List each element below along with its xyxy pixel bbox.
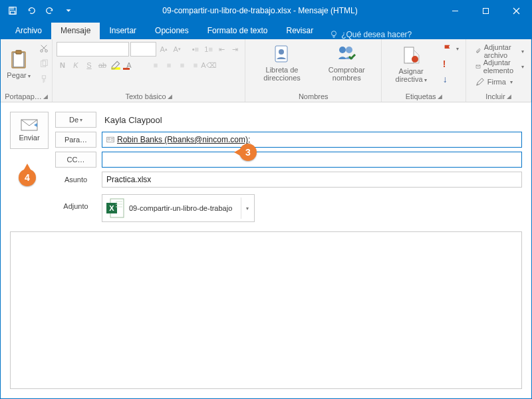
high-importance-button[interactable]: ! — [440, 57, 462, 70]
bullets-icon[interactable]: •≡ — [190, 43, 201, 55]
strike-icon[interactable]: ab — [96, 59, 108, 71]
svg-rect-1 — [11, 7, 14, 10]
svg-text:X: X — [109, 204, 114, 212]
subject-field[interactable]: Practica.xlsx — [102, 172, 522, 188]
save-icon[interactable] — [5, 3, 21, 19]
svg-point-18 — [279, 49, 284, 55]
envelope-icon — [21, 119, 38, 131]
follow-up-button[interactable]: ▾ — [440, 42, 462, 55]
attach-file-button[interactable]: Adjuntar archivo▾ — [473, 45, 527, 58]
clear-format-icon[interactable]: A⌫ — [203, 59, 215, 71]
svg-rect-4 — [483, 8, 488, 13]
close-button[interactable] — [501, 1, 531, 21]
numbering-icon[interactable]: 1≡ — [203, 43, 215, 55]
titlebar: 09-compartir-un-libro-de-trabajo.xlsx - … — [1, 1, 531, 21]
send-button[interactable]: Enviar — [10, 112, 49, 149]
signature-label: Firma — [487, 78, 506, 86]
font-color-icon[interactable]: A — [123, 59, 135, 71]
tab-insertar[interactable]: Insertar — [100, 23, 146, 39]
attachment-chip[interactable]: X 09-compartir-un-libro-de-trabajo ▾ — [102, 194, 255, 222]
attach-item-button[interactable]: Adjuntar elemento▾ — [473, 60, 527, 73]
group-label-incluir: Incluir — [485, 92, 505, 100]
group-incluir: Adjuntar archivo▾ Adjuntar elemento▾ Fir… — [466, 39, 531, 102]
cut-button[interactable] — [37, 42, 51, 55]
attach-file-label: Adjuntar archivo — [484, 43, 517, 59]
pen-icon — [475, 77, 485, 86]
dialog-launcher-icon[interactable]: ◢ — [438, 93, 442, 100]
to-recipient[interactable]: Robin Banks (Rbanks@nincom.com); — [117, 135, 250, 144]
dialog-launcher-icon[interactable]: ◢ — [43, 93, 48, 100]
address-book-button[interactable]: Libreta de direcciones — [249, 42, 315, 83]
justify-icon[interactable]: ≡ — [190, 59, 201, 71]
policy-icon — [400, 45, 422, 66]
message-body[interactable] — [10, 231, 522, 389]
cc-button[interactable]: CC… — [55, 152, 96, 168]
callout-4: 4 — [19, 169, 36, 186]
highlight-icon[interactable] — [110, 59, 122, 71]
format-painter-button[interactable] — [37, 72, 51, 86]
svg-point-12 — [45, 50, 48, 53]
attachment-label: Adjunto — [55, 194, 96, 210]
outdent-icon[interactable]: ⇤ — [215, 43, 227, 55]
paste-button[interactable]: Pegar▾ — [5, 47, 33, 81]
signature-button[interactable]: Firma▾ — [473, 75, 527, 88]
align-center-icon[interactable]: ≡ — [163, 59, 175, 71]
clipboard-icon — [8, 49, 29, 70]
to-field[interactable]: Robin Banks (Rbanks@nincom.com); — [102, 132, 522, 148]
low-importance-button[interactable]: ↓ — [440, 72, 462, 86]
svg-rect-2 — [11, 11, 15, 14]
shrink-font-icon[interactable]: A▾ — [171, 43, 183, 55]
font-family-combo[interactable] — [57, 42, 129, 57]
grow-font-icon[interactable]: A▴ — [158, 43, 170, 55]
assign-policy-label: Asignar directiva — [396, 67, 424, 83]
contact-card-icon — [106, 136, 114, 144]
copy-icon — [39, 59, 49, 68]
tab-revisar[interactable]: Revisar — [277, 23, 323, 39]
underline-button[interactable]: S — [83, 59, 95, 71]
outlook-window: 09-compartir-un-libro-de-trabajo.xlsx - … — [0, 0, 532, 399]
copy-button[interactable] — [37, 57, 51, 70]
minimize-button[interactable] — [440, 1, 470, 21]
dialog-launcher-icon[interactable]: ◢ — [168, 93, 172, 100]
indent-icon[interactable]: ⇥ — [229, 43, 241, 55]
attachment-name: 09-compartir-un-libro-de-trabajo — [129, 204, 237, 213]
to-button[interactable]: Para… — [55, 132, 96, 148]
tab-archivo[interactable]: Archivo — [6, 23, 51, 39]
ribbon-tabs: Archivo Mensaje Insertar Opciones Format… — [1, 21, 531, 39]
address-book-icon — [271, 43, 293, 65]
qat-customize-icon[interactable] — [61, 3, 76, 19]
redo-icon[interactable] — [42, 3, 58, 19]
exclamation-icon: ! — [443, 59, 446, 69]
tell-me[interactable]: ¿Qué desea hacer? — [323, 30, 418, 39]
group-portapapeles: Pegar▾ Portapap…◢ — [1, 39, 53, 102]
lightbulb-icon — [329, 30, 338, 39]
svg-rect-15 — [42, 76, 45, 78]
paste-label: Pegar — [7, 71, 26, 79]
tab-opciones[interactable]: Opciones — [146, 23, 198, 39]
tell-me-label: ¿Qué desea hacer? — [341, 30, 412, 39]
maximize-button[interactable] — [470, 1, 501, 21]
subject-value: Practica.xlsx — [106, 175, 151, 184]
address-book-label: Libreta de direcciones — [252, 66, 312, 82]
bold-button[interactable]: N — [57, 59, 68, 71]
group-etiquetas: Asignar directiva▾ ▾ ! ↓ Etiquetas◢ — [382, 39, 466, 102]
from-button[interactable]: De▾ — [55, 112, 96, 128]
excel-file-icon: X — [105, 198, 125, 219]
cc-field[interactable] — [102, 152, 522, 168]
dialog-launcher-icon[interactable]: ◢ — [507, 93, 511, 100]
attachment-dropdown[interactable]: ▾ — [241, 198, 251, 219]
group-label-portapapeles: Portapap… — [5, 92, 42, 100]
callout-3: 3 — [239, 144, 257, 161]
undo-icon[interactable] — [23, 3, 39, 19]
italic-button[interactable]: K — [70, 59, 82, 71]
align-right-icon[interactable]: ≡ — [176, 59, 188, 71]
assign-policy-button[interactable]: Asignar directiva▾ — [386, 43, 436, 85]
group-texto-basico: A▴ A▾ •≡ 1≡ ⇤ ⇥ N K S ab A ≡ — [53, 39, 245, 102]
tab-formato[interactable]: Formato de texto — [198, 23, 277, 39]
tab-mensaje[interactable]: Mensaje — [51, 23, 100, 39]
font-size-combo[interactable] — [130, 42, 157, 57]
align-left-icon[interactable]: ≡ — [150, 59, 162, 71]
compose-area: Enviar De▾ Kayla Claypool Para… Robin Ba… — [1, 102, 531, 398]
check-names-button[interactable]: Comprobar nombres — [316, 42, 377, 83]
attach-item-label: Adjuntar elemento — [483, 59, 517, 74]
